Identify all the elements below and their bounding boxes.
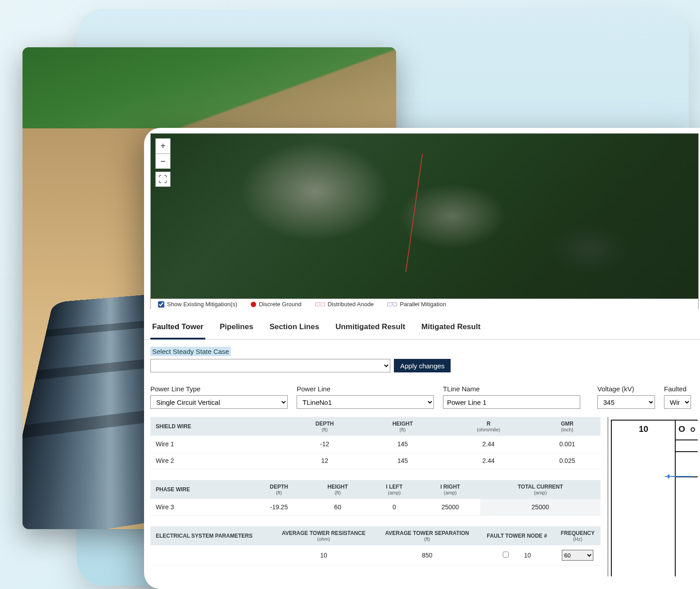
legend-distributed-anode: ···· Distributed Anode [311,301,379,308]
minus-icon: − [160,156,166,167]
col-total-current: TOTAL CURRENT(amp) [480,480,601,499]
zoom-in-button[interactable]: + [155,138,171,154]
show-mitigation-label: Show Existing Mitigation(s) [167,301,237,308]
col-fault-tower-node: FAULT TOWER NODE # [479,526,555,545]
legend-discrete-label: Discrete Ground [259,301,302,308]
expand-icon: ⛶ [158,174,167,185]
power-line-type-select[interactable]: Single Circuit Vertical [150,395,288,409]
faulted-select[interactable]: Wire3 [664,395,691,409]
show-mitigation-checkbox[interactable] [158,301,164,308]
power-line-label: Power Line [297,385,434,393]
electrical-params-table: ELECTRICAL SYSTEM PARAMETERS AVERAGE TOW… [150,526,601,566]
legend-anode-label: Distributed Anode [328,301,374,308]
col-phase-wire: PHASE WIRE [150,480,251,499]
zoom-out-button[interactable]: − [155,154,171,169]
col-r: R(ohm/mile) [443,417,534,436]
tab-section-lines[interactable]: Section Lines [268,322,321,339]
table-row[interactable]: 10 850 10 60 [150,545,601,566]
map-container: + − ⛶ Show Existing Mitigation(s) Discre… [150,133,699,309]
col-frequency: FREQUENCY(Hz) [555,526,601,545]
phase-wire-table: PHASE WIRE DEPTH(ft) HEIGHT(ft) I LEFT(a… [150,480,601,516]
col-ileft: I LEFT(amp) [368,480,420,499]
col-electrical-params: ELECTRICAL SYSTEM PARAMETERS [150,526,272,545]
voltage-label: Voltage (kV) [597,385,655,393]
tline-name-label: TLine Name [443,385,580,393]
power-line-select[interactable]: TLineNo1 [297,395,434,409]
col-shield-wire: SHIELD WIRE [150,417,287,436]
application-window: + − ⛶ Show Existing Mitigation(s) Discre… [144,128,700,589]
faulted-label: Faulted [664,385,691,393]
arrow-left-icon [665,476,692,477]
col-avg-tower-separation: AVERAGE TOWER SEPARATION(ft) [375,526,479,545]
shield-wire-table: SHIELD WIRE DEPTH(ft) HEIGHT(ft) R(ohm/m… [150,417,601,469]
col-depth: DEPTH(ft) [251,480,307,499]
power-line-type-label: Power Line Type [150,385,288,393]
satellite-map[interactable]: + − ⛶ [151,134,698,299]
legend-discrete-ground: Discrete Ground [246,301,306,308]
steady-state-label: Select Steady State Case [150,347,231,356]
col-depth: DEPTH(ft) [287,417,362,436]
col-height: HEIGHT(ft) [362,417,443,436]
tab-mitigated-result[interactable]: Mitigated Result [420,322,482,339]
col-iright: I RIGHT(amp) [420,480,480,499]
table-row[interactable]: Wire 1 -12 145 2.44 0.001 [150,436,601,453]
steady-state-select[interactable] [150,359,390,372]
tline-name-input[interactable] [443,395,580,409]
tab-unmitigated-result[interactable]: Unmitigated Result [334,322,407,339]
col-height: HEIGHT(ft) [307,480,368,499]
map-legend-bar: Show Existing Mitigation(s) Discrete Gro… [151,299,698,309]
col-avg-tower-resistance: AVERAGE TOWER RESISTANCE(ohm) [272,526,375,545]
legend-parallel-mitigation: ···· Parallel Mitigation [383,301,451,308]
circle-icon [251,302,256,307]
plus-icon: + [160,141,166,151]
legend-parallel-label: Parallel Mitigation [400,301,446,308]
parallel-icon: ···· [387,303,397,306]
diagram-label-10: 10 [639,424,648,434]
table-row[interactable]: Wire 2 12 145 2.44 0.025 [150,453,601,469]
anode-icon: ···· [315,303,325,306]
tower-diagram: 10 O [608,417,698,576]
diagram-node-icon: O [678,424,695,434]
fullscreen-button[interactable]: ⛶ [155,172,171,187]
fault-tower-node-checkbox[interactable] [503,552,509,557]
voltage-select[interactable]: 345 [597,395,655,409]
col-gmr: GMR(inch) [534,417,601,436]
tab-pipelines[interactable]: Pipelines [218,322,255,339]
table-row[interactable]: Wire 3 -19.25 60 0 25000 25000 [150,499,601,516]
apply-changes-button[interactable]: Apply changes [394,359,451,372]
frequency-select[interactable]: 60 [562,550,593,561]
tab-bar: Faulted Tower Pipelines Section Lines Un… [144,309,700,340]
tab-faulted-tower[interactable]: Faulted Tower [150,322,205,340]
